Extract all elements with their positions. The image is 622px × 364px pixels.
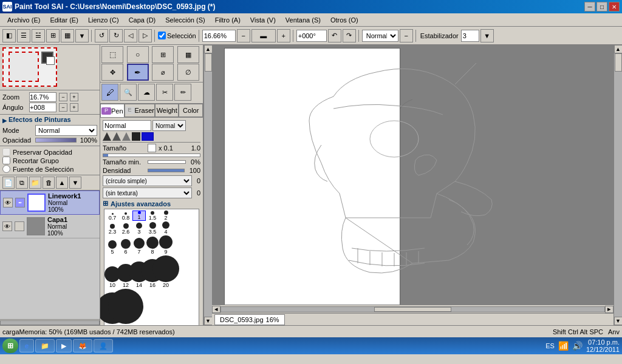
brush-shape-tri3[interactable] [122,132,131,141]
sub-tool-brush[interactable]: ☁ [138,84,155,101]
textura-select[interactable]: (sin textura) [103,187,192,198]
mode-select[interactable]: Normal [35,125,97,136]
stabilizer-dropdown[interactable]: ▼ [480,29,494,42]
hscroll-track[interactable] [220,306,605,312]
zoom-decrease[interactable]: − [59,93,67,101]
tamaño-min-slider[interactable] [148,160,186,164]
zoom-minus[interactable]: − [237,29,250,42]
tool-pen[interactable]: ✒ [127,64,149,81]
menu-lienzo[interactable]: Lienzo (C) [83,15,124,25]
effects-expand[interactable]: ▶ [2,117,7,124]
tool-select-circle[interactable]: ○ [127,46,149,63]
taskbar-explorer[interactable]: 📁 [35,339,55,352]
densidad-slider[interactable] [148,169,185,172]
brush-shape-sq[interactable] [132,132,140,141]
tamaño-check[interactable] [148,144,156,152]
right-scrollbar[interactable]: ▲ ▼ [613,45,622,325]
toolbar-btn4[interactable]: ⊞ [46,29,60,42]
toolbar-btn7[interactable]: ▷ [138,29,152,42]
vscroll-down[interactable]: ▼ [614,317,623,325]
toolbar-dropdown[interactable]: ▼ [75,29,89,42]
angle-input[interactable] [296,30,327,42]
toolbar-btn5[interactable]: ▦ [61,29,74,42]
menu-archivo[interactable]: Archivo (E) [2,15,45,25]
hscroll-left[interactable]: ◂ [212,306,220,313]
circulo-select[interactable]: (círculo simple) [103,175,192,186]
close-button[interactable]: ✕ [609,2,620,12]
zoom-bar[interactable]: ▬ [251,29,276,42]
zoom-value-input[interactable] [29,92,56,102]
canvas-tab-item[interactable]: DSC_0593.jpg 16% [214,314,285,325]
taskbar-media[interactable]: ▶ [56,339,72,352]
brush-mode-input[interactable] [103,120,151,131]
normal-minus[interactable]: − [400,29,413,42]
taskbar-ie[interactable]: e [19,339,34,352]
canvas-hscroll[interactable]: ◂ ▸ [212,305,613,313]
taskbar-firefox[interactable]: 🦊 [73,339,92,352]
menu-capa[interactable]: Capa (D) [124,15,161,25]
menu-otros[interactable]: Otros (O) [326,15,363,25]
brush-shape-tri2[interactable] [112,132,121,141]
angle-increase[interactable]: + [70,103,78,112]
tool-scroll-up[interactable]: ▲ [204,45,213,53]
tab-eraser[interactable]: E Eraser [125,104,155,117]
tamaño-slider[interactable] [103,153,200,157]
preserve-checkbox[interactable] [2,148,10,156]
sub-tool-zoom[interactable]: 🔍 [120,84,137,101]
zoom-increase[interactable]: + [70,93,78,101]
tool-scroll-thumb[interactable] [205,53,212,72]
tool-select-rect[interactable]: ⬚ [101,46,123,63]
tab-color[interactable]: Color [179,104,203,117]
toolbar-btn6[interactable]: ◁ [124,29,137,42]
sub-tool-pen[interactable]: 🖊 [101,84,118,101]
fuente-radio[interactable] [2,165,10,173]
layer-down[interactable]: ▼ [69,177,81,189]
sub-tool-cut[interactable]: ✂ [156,84,173,101]
layers-scrollbar[interactable] [0,319,100,325]
layer-visibility-capa1[interactable]: 👁 [2,221,12,231]
toolbar-undo[interactable]: ↺ [95,29,108,42]
menu-vista[interactable]: Vista (V) [245,15,281,25]
zoom-input[interactable] [202,30,236,42]
layer-item-linework1[interactable]: 👁 ✒ Linework1 Normal 100% [0,190,100,215]
brush-shape-tri1[interactable] [103,132,111,141]
layer-item-capa1[interactable]: 👁 Capa1 Normal 100% [0,215,100,238]
brush-mode-select[interactable]: Normal [152,120,186,131]
layer-delete[interactable]: 🗑 [43,177,55,189]
layer-folder[interactable]: 📁 [29,177,41,189]
tool-filter[interactable]: ∅ [177,64,199,81]
tool-scroll-track[interactable] [204,53,213,317]
menu-ventana[interactable]: Ventana (S) [281,15,326,25]
tool-panel-scrollbar[interactable]: ▲ ▼ [203,45,212,325]
menu-seleccion[interactable]: Selección (S) [160,15,210,25]
selection-checkbox[interactable] [158,32,166,39]
tool-scroll-down[interactable]: ▼ [204,317,213,325]
brush-shape-blue[interactable] [142,132,154,141]
stabilizer-input[interactable] [461,30,479,42]
tab-pen[interactable]: P Pen [100,104,125,117]
volume-icon[interactable]: 🔊 [572,341,583,351]
toolbar-redo[interactable]: ↻ [109,29,123,42]
hscroll-right[interactable]: ▸ [605,306,613,313]
toolbar-btn2[interactable]: ☰ [17,29,30,42]
angle-btn1[interactable]: ↶ [328,29,341,42]
menu-editar[interactable]: Editar (E) [45,15,83,25]
vscroll-up[interactable]: ▲ [614,45,623,53]
zoom-plus[interactable]: + [277,29,290,42]
tool-lasso[interactable]: ⌀ [152,64,174,81]
taskbar-user[interactable]: 👤 [94,339,113,352]
vscroll-thumb[interactable] [615,53,622,72]
tool-grid2[interactable]: ▦ [177,46,199,63]
maximize-button[interactable]: □ [596,2,607,12]
layer-up[interactable]: ▲ [56,177,68,189]
tool-select-magic[interactable]: ✥ [101,64,123,81]
minimize-button[interactable]: ─ [584,2,595,12]
layer-new[interactable]: 📄 [2,177,15,189]
start-button[interactable]: ⊞ [2,339,18,353]
network-icon[interactable]: 📶 [558,341,569,351]
layer-visibility-linework1[interactable]: 👁 [3,198,13,207]
ajustes-avanzados-btn[interactable]: ⊞ Ajustes avanzados [103,200,200,207]
normal-select[interactable]: Normal [362,30,398,42]
toolbar-btn3[interactable]: ☱ [32,29,45,42]
angle-decrease[interactable]: − [59,103,67,112]
